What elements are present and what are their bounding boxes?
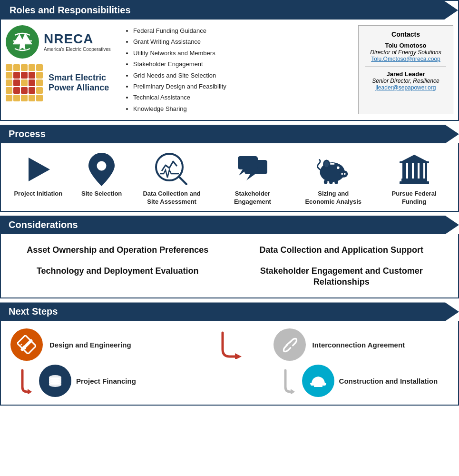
nextstep-design-circle xyxy=(10,328,43,361)
consideration-item-1: Asset Ownership and Operation Preference… xyxy=(10,242,225,258)
svg-point-12 xyxy=(341,173,343,175)
sepa-cell xyxy=(6,79,12,86)
svg-rect-19 xyxy=(334,180,338,183)
considerations-body: Asset Ownership and Operation Preference… xyxy=(0,234,459,299)
contact2-name: Jared Leader xyxy=(365,70,446,78)
consideration-item-4: Stakeholder Engagement and Customer Rela… xyxy=(234,263,449,290)
process-body: Project Initiation Site Selection xyxy=(0,143,459,212)
helmet-icon xyxy=(309,372,327,390)
logos-column: NRECA America's Electric Cooperatives xyxy=(6,25,115,114)
chart-search-icon xyxy=(155,153,188,186)
svg-rect-26 xyxy=(420,162,423,178)
sepa-cell xyxy=(6,64,12,71)
sepa-name: Smart ElectricPower Alliance xyxy=(49,73,109,92)
step-funding-label: Pursue Federal Funding xyxy=(383,190,445,206)
bullet-item: Grant Writing Assistance xyxy=(133,36,349,47)
svg-marker-35 xyxy=(235,353,242,359)
sepa-cell xyxy=(6,87,12,94)
considerations-title: Considerations xyxy=(9,219,78,230)
svg-rect-18 xyxy=(329,180,332,183)
sepa-cell xyxy=(36,95,43,101)
contact1-name: Tolu Omotoso xyxy=(365,42,446,49)
svg-line-32 xyxy=(20,344,22,346)
nextstep-construction-group: Construction and Installation xyxy=(273,365,449,397)
nreca-subtitle: America's Electric Cooperatives xyxy=(44,47,111,52)
link-icon xyxy=(281,336,299,354)
process-header: Process xyxy=(0,125,459,143)
svg-line-36 xyxy=(286,341,292,346)
bullet-item: Knowledge Sharing xyxy=(133,103,349,114)
consideration-item-2: Data Collection and Application Support xyxy=(234,242,449,258)
nextstep-financing-label: Project Financing xyxy=(76,377,136,386)
process-section: Process Project Initiation Site Selectio… xyxy=(0,125,459,212)
sepa-logo: Smart ElectricPower Alliance xyxy=(6,64,109,101)
sepa-cell xyxy=(21,95,28,101)
bullet-item: Grid Needs and Site Selection xyxy=(133,70,349,81)
nextstep-design-group: Design and Engineering xyxy=(10,328,186,361)
sepa-cell xyxy=(13,87,20,94)
roles-header: Roles and Responsibilities xyxy=(1,1,458,20)
roles-body: NRECA America's Electric Cooperatives xyxy=(1,20,458,120)
svg-rect-23 xyxy=(402,162,406,178)
svg-rect-48 xyxy=(310,383,326,385)
roles-title: Roles and Responsibilities xyxy=(10,5,131,15)
nreca-name: NRECA xyxy=(44,32,111,46)
svg-marker-45 xyxy=(291,389,295,394)
sepa-cell xyxy=(36,87,43,94)
bullet-item: Stakeholder Engagement xyxy=(133,59,349,69)
sepa-cell xyxy=(36,72,43,79)
sepa-cell xyxy=(13,64,20,71)
piggy-icon xyxy=(317,153,350,186)
roles-section: Roles and Responsibilities xyxy=(0,0,459,121)
svg-rect-8 xyxy=(238,156,258,169)
bullet-item: Preliminary Design and Feasibility xyxy=(133,81,349,92)
nextstep-design-label: Design and Engineering xyxy=(49,340,131,350)
svg-rect-21 xyxy=(400,181,429,184)
sepa-cell xyxy=(29,95,35,101)
svg-point-11 xyxy=(339,170,348,178)
contacts-box: Contacts Tolu Omotoso Director of Energy… xyxy=(358,25,453,114)
step-stakeholder-label: Stakeholder Engagement xyxy=(222,190,283,206)
process-step-initiation: Project Initiation xyxy=(14,153,62,198)
process-step-stakeholder: Stakeholder Engagement xyxy=(222,153,283,206)
svg-point-3 xyxy=(97,161,107,171)
nextsteps-section: Next Steps Design and Engineering xyxy=(0,302,459,406)
down-arrow-red-icon xyxy=(10,368,34,394)
sepa-cell xyxy=(21,87,28,94)
nextsteps-header: Next Steps xyxy=(0,302,459,321)
down-arrow-gray-icon xyxy=(273,368,297,394)
contact2-role: Senior Director, Resilience xyxy=(365,78,446,84)
svg-point-14 xyxy=(337,166,340,169)
nextstep-financing-circle xyxy=(39,365,71,397)
curved-arrow-icon xyxy=(218,330,242,359)
sepa-cell xyxy=(13,95,20,101)
contact1-email[interactable]: Tolu.Omotoso@nreca.coop xyxy=(365,56,446,62)
nextstep-interconnect-label: Interconnection Agreement xyxy=(313,340,405,350)
play-icon xyxy=(21,153,55,186)
sepa-cell xyxy=(29,79,35,86)
svg-rect-24 xyxy=(408,162,412,178)
svg-rect-25 xyxy=(414,162,418,178)
nextstep-financing-group: Project Financing xyxy=(10,365,186,397)
contacts-title: Contacts xyxy=(365,30,446,38)
svg-rect-29 xyxy=(400,161,429,163)
consideration-item-3: Technology and Deployment Evaluation xyxy=(10,263,225,290)
svg-line-5 xyxy=(179,177,186,184)
contact2-email[interactable]: jleader@sepapower.org xyxy=(365,84,446,91)
sepa-cell xyxy=(29,87,35,94)
svg-rect-22 xyxy=(401,178,427,181)
sepa-cell xyxy=(29,72,35,79)
sepa-cell xyxy=(36,79,43,86)
bullet-item: Utility Networks and Members xyxy=(133,48,349,59)
considerations-section: Considerations Asset Ownership and Opera… xyxy=(0,216,459,299)
sepa-cell xyxy=(36,64,43,71)
svg-marker-37 xyxy=(28,389,32,394)
sepa-cell xyxy=(6,72,12,79)
svg-marker-7 xyxy=(246,174,255,180)
roles-bullet-list: Federal Funding Guidance Grant Writing A… xyxy=(125,25,349,114)
sepa-text-block: Smart ElectricPower Alliance xyxy=(49,73,109,92)
nextstep-interconnect-group: Interconnection Agreement xyxy=(273,328,449,361)
step-site-label: Site Selection xyxy=(81,190,122,198)
svg-rect-20 xyxy=(330,163,334,165)
nextsteps-body: Design and Engineering Intercon xyxy=(0,321,459,406)
